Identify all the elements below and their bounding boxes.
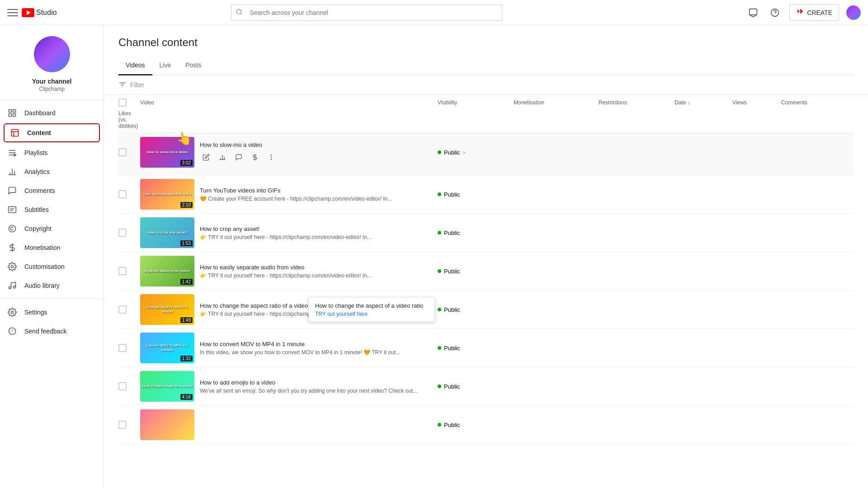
sidebar-item-comments[interactable]: Comments (0, 181, 104, 200)
sidebar-item-playlists[interactable]: Playlists (0, 143, 104, 162)
video-title-7: How to add emojis to a video (200, 379, 434, 386)
search-input[interactable] (231, 5, 502, 21)
sidebar-label-monetisation: Monetisation (24, 244, 60, 251)
video-title-6: How to convert MOV to MP4 in 1 minute (200, 341, 434, 347)
sidebar-item-content[interactable]: Content (4, 123, 100, 142)
row-checkbox-2[interactable] (118, 190, 127, 198)
topbar: Studio CREATE (0, 0, 868, 25)
row-checkbox-5[interactable] (118, 305, 127, 314)
messages-icon[interactable] (746, 5, 760, 20)
svg-rect-10 (9, 114, 12, 117)
studio-label: Studio (36, 9, 57, 17)
video-info-6: How to convert MOV to MP4 in 1 minute In… (200, 341, 434, 356)
tooltip-title: How to change the aspect of a video rati… (315, 302, 428, 309)
visibility-select-1[interactable]: Public (444, 149, 467, 156)
sidebar-item-settings[interactable]: Settings (0, 303, 104, 322)
create-icon (796, 7, 804, 18)
channel-avatar[interactable] (34, 36, 70, 72)
logo[interactable]: Studio (22, 8, 57, 17)
thumbnail-2[interactable]: Turn YouTube vids into GIFs 2:10 (140, 179, 194, 210)
sidebar-item-analytics[interactable]: Analytics (0, 162, 104, 181)
menu-icon[interactable] (7, 7, 18, 18)
tooltip-desc: TRY out yourself here (315, 311, 428, 317)
sidebar-label-customisation: Customisation (24, 263, 65, 270)
thumbnail-8[interactable] (140, 409, 194, 440)
app-body: Your channel Clipchamp Dashboard Content (0, 25, 868, 488)
row-checkbox-7[interactable] (118, 382, 127, 390)
header-checkbox[interactable] (118, 99, 127, 107)
table-row: Public (118, 406, 854, 444)
avatar[interactable] (846, 5, 861, 20)
topbar-left: Studio (7, 7, 107, 18)
filter-bar: Filter (104, 75, 868, 95)
analytics-action-icon[interactable] (216, 151, 229, 164)
video-info-2: Turn YouTube videos into GIFs 🧡 Create y… (200, 187, 434, 202)
video-title-2: Turn YouTube videos into GIFs (200, 187, 434, 194)
create-label: CREATE (807, 9, 832, 16)
sidebar-item-customisation[interactable]: Customisation (0, 257, 104, 276)
monetize-action-icon[interactable] (249, 151, 261, 164)
nav-items: Dashboard Content Playlists (0, 100, 104, 481)
video-info-1: How to slow-mo a video (200, 141, 434, 164)
svg-rect-4 (750, 9, 757, 14)
thumb-duration-3: 1:53 (180, 240, 193, 246)
svg-rect-11 (12, 130, 19, 136)
edit-icon[interactable] (200, 151, 212, 164)
tab-live[interactable]: Live (152, 56, 179, 75)
svg-point-27 (11, 266, 14, 268)
video-cell-3: How to crop any asset! 1:53 How to crop … (140, 217, 434, 248)
video-info-4: How to easily separate audio from video … (200, 264, 434, 279)
filter-label: Filter (130, 81, 144, 89)
video-cell-8 (140, 409, 434, 440)
thumbnail-4[interactable]: Separate audio from video! 1:42 (140, 256, 194, 286)
sidebar-item-monetisation[interactable]: Monetisation (0, 238, 104, 257)
visibility-1: Public (438, 149, 510, 156)
sidebar-label-feedback: Send feedback (24, 328, 66, 335)
thumbnail-5[interactable]: Change aspect ratio in 1 minute 1:49 (140, 294, 194, 325)
col-monetisation: Monetisation (514, 99, 595, 106)
visibility-4: Public (438, 268, 510, 275)
thumb-duration-5: 1:49 (180, 317, 193, 323)
sidebar-item-copyright[interactable]: Copyright (0, 219, 104, 238)
thumbnail-6[interactable]: Convert MOV to MP4 in 1 minute 1:32 (140, 333, 194, 363)
visibility-7: Public (438, 383, 510, 390)
sidebar-label-audio: Audio library (24, 282, 60, 289)
thumb-duration-2: 2:10 (180, 202, 193, 208)
sort-icon: ↓ (688, 99, 690, 106)
sidebar-item-subtitles[interactable]: Subtitles (0, 200, 104, 219)
col-date[interactable]: Date ↓ (675, 99, 729, 106)
create-button[interactable]: CREATE (789, 4, 839, 21)
video-cell-7: How to add emojis to a video 4:16 How to… (140, 371, 434, 402)
row-checkbox-4[interactable] (118, 267, 127, 275)
search-bar (231, 5, 502, 21)
table-row: How to crop any asset! 1:53 How to crop … (118, 214, 854, 252)
sidebar-item-feedback[interactable]: Send feedback (0, 322, 104, 341)
table-row: Turn YouTube vids into GIFs 2:10 Turn Yo… (118, 175, 854, 214)
row-checkbox-3[interactable] (118, 229, 127, 237)
visibility-2: Public (438, 191, 510, 198)
visibility-8: Public (438, 422, 510, 428)
tab-videos[interactable]: Videos (118, 56, 152, 75)
row-checkbox-8[interactable] (118, 421, 127, 429)
thumbnail-3[interactable]: How to crop any asset! 1:53 (140, 217, 194, 248)
svg-rect-7 (9, 110, 12, 113)
main-content: Channel content Videos Live Posts Filter… (104, 25, 868, 488)
sidebar-item-audio[interactable]: Audio library (0, 276, 104, 295)
sidebar-label-comments: Comments (24, 187, 55, 194)
video-info-7: How to add emojis to a video We've all s… (200, 379, 434, 394)
channel-info: Your channel Clipchamp (0, 25, 104, 100)
comments-action-icon[interactable] (232, 151, 245, 164)
col-restrictions: Restrictions (599, 99, 671, 106)
col-video: Video (140, 99, 434, 106)
comments-icon (7, 186, 17, 196)
row-checkbox-1[interactable] (118, 148, 127, 156)
row-checkbox-6[interactable] (118, 344, 127, 352)
more-action-icon[interactable] (265, 151, 278, 164)
tab-posts[interactable]: Posts (178, 56, 208, 75)
thumbnail-7[interactable]: How to add emojis to a video 4:16 (140, 371, 194, 402)
filter-icon (118, 81, 127, 89)
sidebar-item-dashboard[interactable]: Dashboard (0, 103, 104, 122)
svg-point-28 (9, 287, 11, 289)
help-icon[interactable] (768, 5, 782, 20)
thumbnail-1[interactable]: How to slow-mo a video 3:02 (140, 137, 194, 168)
